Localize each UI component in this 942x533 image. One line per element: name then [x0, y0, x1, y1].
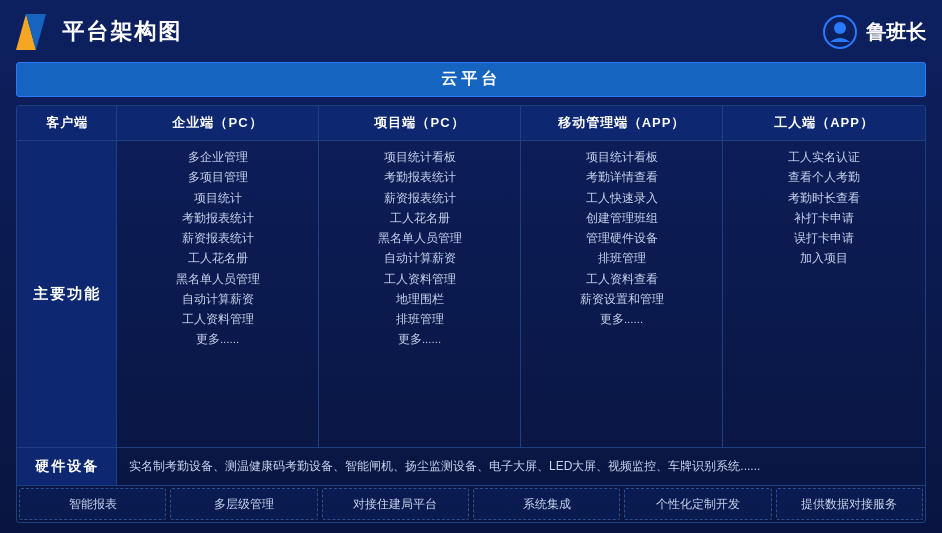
mobile-feat-6: 工人资料查看 [586, 271, 658, 288]
mobile-feat-1: 考勤详情查看 [586, 169, 658, 186]
worker-feat-3: 补打卡申请 [794, 210, 854, 227]
cloud-banner: 云平台 [16, 62, 926, 97]
enterprise-feat-9: 更多...... [196, 331, 239, 348]
enterprise-feat-6: 黑名单人员管理 [176, 271, 260, 288]
hardware-content: 实名制考勤设备、测温健康码考勤设备、智能闸机、扬尘监测设备、电子大屏、LED大屏… [117, 448, 925, 485]
col-header-project: 项目端（PC） [319, 106, 521, 140]
mobile-feat-3: 创建管理班组 [586, 210, 658, 227]
col-header-enterprise: 企业端（PC） [117, 106, 319, 140]
enterprise-feat-0: 多企业管理 [188, 149, 248, 166]
col-headers: 客户端 企业端（PC） 项目端（PC） 移动管理端（APP） 工人端（APP） [17, 106, 925, 141]
brand-icon [822, 14, 858, 50]
service-5: 提供数据对接服务 [776, 488, 923, 520]
mobile-feat-0: 项目统计看板 [586, 149, 658, 166]
enterprise-feat-5: 工人花名册 [188, 250, 248, 267]
mobile-feat-4: 管理硬件设备 [586, 230, 658, 247]
project-feat-7: 地理围栏 [396, 291, 444, 308]
project-feat-8: 排班管理 [396, 311, 444, 328]
features-row: 主要功能 多企业管理 多项目管理 项目统计 考勤报表统计 薪资报表统计 工人花名… [17, 141, 925, 448]
worker-features-cell: 工人实名认证 查看个人考勤 考勤时长查看 补打卡申请 误打卡申请 加入项目 [723, 141, 925, 447]
service-1: 多层级管理 [170, 488, 317, 520]
enterprise-feat-2: 项目统计 [194, 190, 242, 207]
service-3: 系统集成 [473, 488, 620, 520]
project-feat-1: 考勤报表统计 [384, 169, 456, 186]
service-2: 对接住建局平台 [322, 488, 469, 520]
page-title: 平台架构图 [62, 17, 182, 47]
enterprise-features-cell: 多企业管理 多项目管理 项目统计 考勤报表统计 薪资报表统计 工人花名册 黑名单… [117, 141, 319, 447]
enterprise-feat-3: 考勤报表统计 [182, 210, 254, 227]
worker-feat-4: 误打卡申请 [794, 230, 854, 247]
worker-feat-2: 考勤时长查看 [788, 190, 860, 207]
project-feat-6: 工人资料管理 [384, 271, 456, 288]
project-feat-9: 更多...... [398, 331, 441, 348]
services-row: 智能报表 多层级管理 对接住建局平台 系统集成 个性化定制开发 提供数据对接服务 [17, 486, 925, 522]
project-feat-2: 薪资报表统计 [384, 190, 456, 207]
mobile-feat-5: 排班管理 [598, 250, 646, 267]
enterprise-feat-8: 工人资料管理 [182, 311, 254, 328]
col-header-client: 客户端 [17, 106, 117, 140]
hardware-label: 硬件设备 [17, 448, 117, 485]
cloud-label: 云平台 [441, 70, 501, 87]
brand-name: 鲁班长 [866, 19, 926, 46]
hardware-row: 硬件设备 实名制考勤设备、测温健康码考勤设备、智能闸机、扬尘监测设备、电子大屏、… [17, 448, 925, 486]
mobile-features-cell: 项目统计看板 考勤详情查看 工人快速录入 创建管理班组 管理硬件设备 排班管理 … [521, 141, 723, 447]
enterprise-feat-1: 多项目管理 [188, 169, 248, 186]
row-label-features: 主要功能 [17, 141, 117, 447]
header-left: 平台架构图 [16, 14, 182, 50]
project-features-cell: 项目统计看板 考勤报表统计 薪资报表统计 工人花名册 黑名单人员管理 自动计算薪… [319, 141, 521, 447]
header: 平台架构图 鲁班长 [16, 10, 926, 54]
col-header-mobile: 移动管理端（APP） [521, 106, 723, 140]
main-table: 客户端 企业端（PC） 项目端（PC） 移动管理端（APP） 工人端（APP） … [16, 105, 926, 523]
service-4: 个性化定制开发 [624, 488, 771, 520]
brand: 鲁班长 [822, 14, 926, 50]
mobile-feat-8: 更多...... [600, 311, 643, 328]
worker-feat-0: 工人实名认证 [788, 149, 860, 166]
service-0: 智能报表 [19, 488, 166, 520]
enterprise-feat-7: 自动计算薪资 [182, 291, 254, 308]
logo-icon [16, 14, 52, 50]
project-feat-3: 工人花名册 [390, 210, 450, 227]
col-header-worker: 工人端（APP） [723, 106, 925, 140]
project-feat-4: 黑名单人员管理 [378, 230, 462, 247]
project-feat-0: 项目统计看板 [384, 149, 456, 166]
page-wrapper: 平台架构图 鲁班长 云平台 客户端 企业端（PC） 项目端（PC） 移动管理端（… [0, 0, 942, 533]
project-feat-5: 自动计算薪资 [384, 250, 456, 267]
mobile-feat-7: 薪资设置和管理 [580, 291, 664, 308]
worker-feat-1: 查看个人考勤 [788, 169, 860, 186]
worker-feat-5: 加入项目 [800, 250, 848, 267]
svg-point-3 [834, 22, 846, 34]
mobile-feat-2: 工人快速录入 [586, 190, 658, 207]
enterprise-feat-4: 薪资报表统计 [182, 230, 254, 247]
